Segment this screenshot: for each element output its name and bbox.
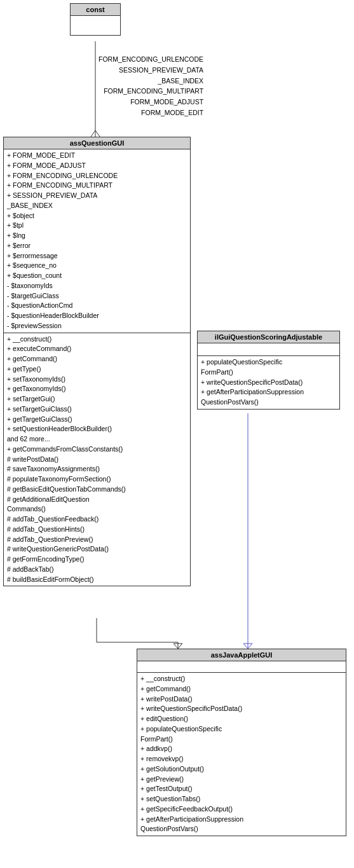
- ilgui-meth-4: QuestionPostVars(): [201, 397, 336, 408]
- ilgui-title: ilGuiQuestionScoringAdjustable: [198, 331, 339, 343]
- assjava-meth-7: + addkvp(): [140, 744, 343, 754]
- assq-meth-20: # addTab_QuestionPreview(): [7, 535, 187, 545]
- const-label-1: SESSION_PREVIEW_DATA: [99, 65, 203, 76]
- ilgui-section1: [198, 343, 339, 356]
- assq-attr-16: - $questionHeaderBlockBuilder: [7, 311, 187, 321]
- ilgui-meth-1: FormPart(): [201, 368, 336, 378]
- ilgui-box: ilGuiQuestionScoringAdjustable + populat…: [197, 331, 340, 410]
- assq-attr-13: - $taxonomyIds: [7, 281, 187, 291]
- assq-meth-24: # buildBasicEditFormObject(): [7, 575, 187, 585]
- assq-attr-1: + FORM_MODE_ADJUST: [7, 161, 187, 171]
- assjava-meth-15: QuestionPostVars(): [140, 824, 343, 834]
- assq-meth-6: + setTargetGui(): [7, 394, 187, 404]
- assq-meth-1: + executeCommand(): [7, 344, 187, 354]
- assq-meth-14: # populateTaxonomyFormSection(): [7, 474, 187, 485]
- assq-attr-5: _BASE_INDEX: [7, 201, 187, 211]
- assq-meth-22: # getFormEncodingType(): [7, 555, 187, 565]
- svg-marker-5: [174, 644, 182, 649]
- assq-attr-11: + $sequence_no: [7, 261, 187, 271]
- assjava-meth-6: FormPart(): [140, 734, 343, 745]
- assq-attr-0: + FORM_MODE_EDIT: [7, 151, 187, 161]
- const-title: const: [71, 4, 120, 16]
- assjava-meth-13: + getSpecificFeedbackOutput(): [140, 804, 343, 815]
- assq-meth-5: + getTaxonomyIds(): [7, 384, 187, 394]
- ilgui-section2: + populateQuestionSpecific FormPart() + …: [198, 356, 339, 409]
- const-box: const: [70, 3, 121, 36]
- assquestiongui-title: assQuestionGUI: [4, 137, 190, 149]
- ilgui-meth-0: + populateQuestionSpecific: [201, 357, 336, 368]
- ilgui-meth-3: + getAfterParticipationSuppression: [201, 387, 336, 397]
- assquestiongui-box: assQuestionGUI + FORM_MODE_EDIT + FORM_M…: [3, 137, 191, 586]
- assjava-box: assJavaAppletGUI + __construct() + getCo…: [137, 649, 346, 836]
- assq-meth-15: # getBasicEditQuestionTabCommands(): [7, 485, 187, 495]
- assq-attr-7: + $tpl: [7, 221, 187, 231]
- assq-meth-18: # addTab_QuestionFeedback(): [7, 514, 187, 525]
- assq-attr-14: - $targetGuiClass: [7, 291, 187, 301]
- assjava-meth-4: + editQuestion(): [140, 714, 343, 724]
- assjava-meth-2: + writePostData(): [140, 694, 343, 705]
- assq-meth-21: # writeQuestionGenericPostData(): [7, 544, 187, 555]
- assjava-meth-10: + getPreview(): [140, 775, 343, 785]
- assq-meth-7: + setTargetGuiClass(): [7, 404, 187, 415]
- assjava-meth-8: + removekvp(): [140, 754, 343, 764]
- assjava-meth-11: + getTestOutput(): [140, 784, 343, 794]
- const-section: [71, 16, 120, 35]
- assq-attr-17: - $previewSession: [7, 321, 187, 331]
- assjava-section1: [137, 661, 346, 673]
- assjava-meth-9: + getSolutionOutput(): [140, 764, 343, 775]
- const-label-2: _BASE_INDEX: [99, 76, 203, 86]
- assq-attr-4: + SESSION_PREVIEW_DATA: [7, 191, 187, 201]
- assq-meth-3: + getType(): [7, 364, 187, 375]
- assjava-section2: + __construct() + getCommand() + writePo…: [137, 673, 346, 836]
- const-labels: FORM_ENCODING_URLENCODE SESSION_PREVIEW_…: [99, 54, 203, 118]
- assjava-meth-12: + setQuestionTabs(): [140, 794, 343, 804]
- assq-meth-16: # getAdditionalEditQuestion: [7, 495, 187, 505]
- assjava-meth-0: + __construct(): [140, 674, 343, 684]
- assq-meth-11: + getCommandsFromClassConstants(): [7, 444, 187, 455]
- const-label-4: FORM_MODE_ADJUST: [99, 97, 203, 107]
- assq-meth-12: # writePostData(): [7, 455, 187, 465]
- assq-meth-2: + getCommand(): [7, 354, 187, 364]
- assq-attr-15: - $questionActionCmd: [7, 301, 187, 311]
- assq-meth-4: + setTaxonomyIds(): [7, 375, 187, 385]
- const-label-0: FORM_ENCODING_URLENCODE: [99, 54, 203, 65]
- assjava-meth-14: + getAfterParticipationSuppression: [140, 815, 343, 825]
- assq-attr-10: + $errormessage: [7, 251, 187, 261]
- assjava-meth-5: + populateQuestionSpecific: [140, 724, 343, 734]
- assq-meth-17: Commands(): [7, 504, 187, 514]
- diagram-container: const FORM_ENCODING_URLENCODE SESSION_PR…: [0, 0, 354, 868]
- assquestiongui-section2: + __construct() + executeCommand() + get…: [4, 333, 190, 586]
- const-label-3: FORM_ENCODING_MULTIPART: [99, 86, 203, 97]
- assq-attr-6: + $object: [7, 211, 187, 221]
- svg-marker-7: [243, 644, 252, 649]
- assjava-title: assJavaAppletGUI: [137, 649, 346, 661]
- assq-meth-19: # addTab_QuestionHints(): [7, 525, 187, 535]
- assq-meth-23: # addBackTab(): [7, 565, 187, 575]
- ilgui-meth-2: + writeQuestionSpecificPostData(): [201, 378, 336, 388]
- assq-meth-10: and 62 more...: [7, 434, 187, 444]
- assjava-meth-1: + getCommand(): [140, 684, 343, 694]
- assq-meth-8: + getTargetGuiClass(): [7, 415, 187, 425]
- assq-meth-13: # saveTaxonomyAssignments(): [7, 464, 187, 474]
- assq-meth-9: + setQuestionHeaderBlockBuilder(): [7, 424, 187, 434]
- assq-attr-3: + FORM_ENCODING_MULTIPART: [7, 181, 187, 191]
- const-label-5: FORM_MODE_EDIT: [99, 107, 203, 118]
- assq-attr-9: + $error: [7, 241, 187, 251]
- assq-attr-8: + $lng: [7, 231, 187, 241]
- assjava-meth-3: + writeQuestionSpecificPostData(): [140, 704, 343, 714]
- assq-attr-2: + FORM_ENCODING_URLENCODE: [7, 171, 187, 181]
- assq-attr-12: + $question_count: [7, 271, 187, 281]
- assquestiongui-section1: + FORM_MODE_EDIT + FORM_MODE_ADJUST + FO…: [4, 149, 190, 333]
- assq-meth-0: + __construct(): [7, 334, 187, 345]
